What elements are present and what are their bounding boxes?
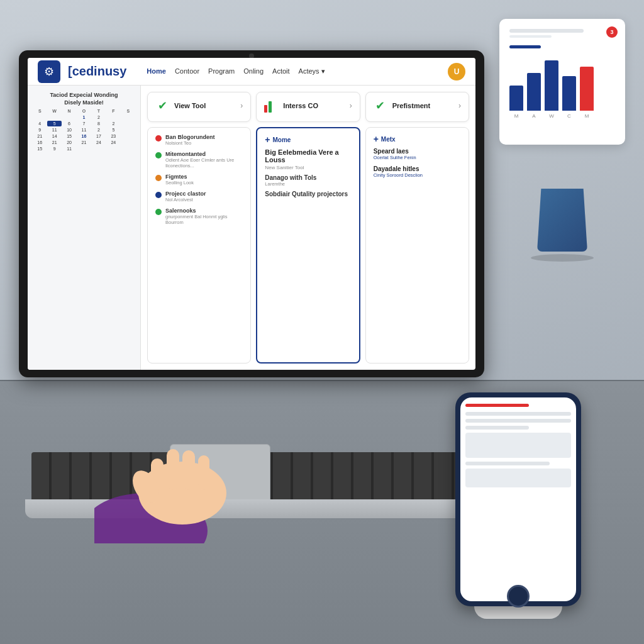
svg-rect-5	[198, 455, 209, 490]
cal-header: S W N O T F S	[33, 109, 135, 113]
content-main-title: Big Eelebmedia Vere a Louss	[265, 148, 351, 164]
right-item-sub-1: Ocerlat Sulihe Fenin	[374, 155, 461, 160]
right-item-title-2: Dayadale hitles	[374, 165, 461, 172]
content-item-2: Sobdiair Qutality projectors	[265, 191, 351, 197]
top-cards-row: ✔ View Tool ›	[147, 92, 469, 122]
phone-device	[455, 392, 581, 606]
content-item-sub-1: Laremthe	[265, 181, 351, 187]
card-view-tool[interactable]: ✔ View Tool ›	[147, 92, 251, 122]
plus-icon-2: +	[374, 134, 379, 144]
chart-icon-2	[264, 99, 278, 113]
chart-title-line	[509, 29, 584, 33]
add-row-2: + Metx	[374, 134, 461, 144]
app-body: Taciod Expecial WondingDisely Maside! S …	[28, 86, 475, 370]
bar-group-a: A	[527, 73, 541, 119]
check-icon-3: ✔	[374, 99, 387, 113]
card-prefistment-header: ✔ Prefistment ›	[374, 99, 461, 113]
card-prefistment-title: Prefistment	[392, 102, 431, 109]
bar-m	[509, 86, 523, 111]
bar-a	[527, 73, 541, 111]
list-item-1: Ban Blogorundent Nolsiont Teo	[155, 134, 243, 146]
item-title-2: Mitemontanted	[165, 151, 243, 157]
hand-left	[94, 405, 270, 543]
bar-w	[545, 60, 558, 111]
card-prefistment[interactable]: ✔ Prefistment ›	[365, 92, 469, 122]
bar-label-m2: M	[585, 113, 589, 119]
bar-group-m: M	[509, 86, 523, 119]
bar-label-a: A	[532, 113, 535, 119]
list-item-3: Figmtes Seolling Look	[155, 174, 243, 186]
content-item-title-1: Danago with Tols	[265, 174, 351, 181]
card-view-tool-title: View Tool	[174, 102, 206, 109]
content-item-title-2: Sobdiair Qutality projectors	[265, 191, 351, 197]
cup-shadow	[531, 254, 594, 262]
dot-green-5	[155, 209, 162, 215]
calendar-days: 1 2 4 5 6 7 8 2 9 11	[33, 114, 135, 152]
right-item-sub-2: Cinity Soroord Desclion	[374, 172, 461, 178]
list-item-4: Projecc clastor Nol Arcolvest	[155, 191, 243, 203]
nav-item-acteys[interactable]: Acteys ▾	[299, 67, 325, 75]
check-icon-1: ✔	[155, 99, 169, 113]
card-view-tool-arrow: ›	[240, 101, 243, 110]
calendar-title: Taciod Expecial WondingDisely Maside!	[33, 92, 135, 106]
card-prefistment-arrow: ›	[458, 101, 461, 110]
content-item-1: Danago with Tols Laremthe	[265, 174, 351, 187]
nav-item-contoor[interactable]: Contoor	[175, 67, 199, 75]
nav-item-actoit[interactable]: Actoit	[272, 67, 290, 75]
nav-item-home[interactable]: Home	[147, 67, 166, 75]
middle-panels: Ban Blogorundent Nolsiont Teo Mitemontan…	[147, 127, 469, 364]
dot-blue-4	[155, 192, 162, 198]
list-item-5: Salernooks gnurponment Bal Honmt yglis B…	[155, 208, 243, 225]
phone-content-box-2	[465, 469, 571, 487]
list-item-2: Mitemontanted Odlent Aoe Eoer Cimler ant…	[155, 151, 243, 169]
app-logo: ⚙	[38, 60, 60, 83]
scene: 3 M A W C M	[0, 0, 644, 644]
nav-item-program[interactable]: Program	[208, 67, 235, 75]
bar-m2	[580, 67, 594, 111]
dot-red-1	[155, 135, 162, 142]
item-sub-1: Nolsiont Teo	[165, 140, 215, 146]
card-interss[interactable]: Interss CO ›	[256, 92, 360, 122]
nav-item-onling[interactable]: Onling	[243, 67, 264, 75]
item-sub-2: Odlent Aoe Eoer Cimler ants Ure Ilconect…	[165, 157, 243, 169]
sidebar-calendar: Taciod Expecial WondingDisely Maside! S …	[28, 86, 141, 370]
bar-group-m2: M	[580, 67, 594, 119]
panel-content-active: + Mome Big Eelebmedia Vere a Louss New S…	[256, 127, 360, 364]
item-sub-5: gnurponment Bal Honmt yglis Bourrom	[165, 214, 243, 225]
svg-rect-4	[182, 450, 195, 490]
phone-content-box-1	[465, 433, 571, 458]
card-interss-arrow: ›	[350, 101, 352, 110]
plus-icon-1: +	[265, 135, 270, 145]
bar-label-m: M	[514, 113, 519, 119]
card-view-tool-header: ✔ View Tool ›	[155, 99, 243, 113]
phone-line-1	[465, 412, 571, 416]
chart-accent	[509, 45, 541, 48]
bar-group-w: W	[545, 60, 558, 119]
cup-decoration	[537, 189, 594, 262]
phone-line-4	[465, 462, 550, 465]
user-avatar[interactable]: U	[448, 63, 465, 80]
phone-accent-bar	[465, 404, 529, 407]
add-label-1: Mome	[273, 136, 291, 143]
phone-line-3	[465, 426, 529, 430]
app-header: ⚙ [cedinusy Home Contoor Program Onling …	[28, 58, 475, 86]
bar-group-c: C	[562, 76, 576, 119]
bar-chart: M A W C M	[509, 56, 615, 119]
item-title-1: Ban Blogorundent	[165, 134, 215, 140]
app-nav: Home Contoor Program Onling Actoit Actey…	[147, 67, 440, 75]
chart-sub-line	[509, 35, 552, 38]
right-item-1: Speard laes Ocerlat Sulihe Fenin	[374, 148, 461, 160]
right-item-2: Dayadale hitles Cinity Soroord Desclion	[374, 165, 461, 178]
calendar-grid: S W N O T F S 1 2	[33, 109, 135, 152]
svg-rect-3	[167, 449, 179, 490]
bar-c	[562, 76, 576, 111]
add-label-2: Metx	[381, 136, 396, 143]
item-sub-3: Seolling Look	[165, 180, 194, 186]
item-title-5: Salernooks	[165, 208, 243, 214]
laptop-screen-bezel: ⚙ [cedinusy Home Contoor Program Onling …	[28, 58, 475, 370]
dot-green-2	[155, 152, 162, 158]
chart-badge: 3	[606, 26, 618, 38]
item-title-3: Figmtes	[165, 174, 194, 180]
phone-screen	[460, 397, 576, 601]
app-brand-name: [cedinusy	[68, 64, 126, 79]
